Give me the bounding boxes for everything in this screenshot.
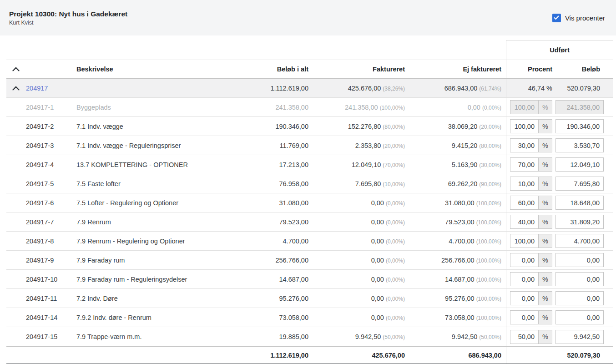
row-amount-cell xyxy=(553,330,613,344)
row-invoiced-percent: (10,00%) xyxy=(383,181,405,187)
group-number-link[interactable]: 204917 xyxy=(26,85,48,92)
row-invoiced-cell: 0,00 (0,00%) xyxy=(308,199,405,207)
done-amount-input[interactable] xyxy=(555,177,604,191)
row-not-invoiced-percent: (30,00%) xyxy=(479,162,501,168)
row-not-invoiced-amount: 5.163,90 xyxy=(452,161,477,168)
table-row: 204917-7 7.9 Renrum 79.523,00 0,00 (0,00… xyxy=(6,212,613,232)
row-invoiced-amount: 9.942,50 xyxy=(355,333,381,340)
done-amount-input[interactable] xyxy=(555,291,604,305)
percent-input[interactable] xyxy=(510,139,538,152)
done-amount-input[interactable] xyxy=(555,119,604,133)
collapse-all-button[interactable] xyxy=(12,67,20,71)
row-percent-cell: % xyxy=(506,157,553,172)
row-invoiced-percent: (70,00%) xyxy=(383,162,405,168)
group-collapse-button[interactable] xyxy=(12,86,20,91)
done-amount-input[interactable] xyxy=(555,253,604,267)
group-not-invoiced-cell: 686.943,00 (61,74%) xyxy=(405,85,501,92)
row-number: 204917-9 xyxy=(25,257,76,264)
row-invoiced-amount: 12.049,10 xyxy=(352,161,381,168)
row-description: Byggeplads xyxy=(76,104,200,111)
table-row: 204917-11 7.2 Indv. Døre 95.276,00 0,00 … xyxy=(6,289,613,308)
row-not-invoiced-amount: 9.415,20 xyxy=(452,142,477,149)
row-total-amount: 73.058,00 xyxy=(200,314,308,321)
row-not-invoiced-cell: 95.276,00 (100,00%) xyxy=(405,295,501,302)
udfort-group-header: Udført xyxy=(506,40,613,60)
show-percent-toggle[interactable]: Vis procenter xyxy=(552,14,605,22)
percent-input[interactable] xyxy=(510,158,538,171)
row-udfort-section: % xyxy=(506,155,613,174)
percent-input[interactable] xyxy=(510,196,538,209)
row-not-invoiced-percent: (20,00%) xyxy=(479,124,501,130)
show-percent-checkbox[interactable] xyxy=(552,14,561,22)
percent-input-group: % xyxy=(510,196,552,210)
row-not-invoiced-percent: (100,00%) xyxy=(476,258,501,264)
row-invoiced-amount: 0,00 xyxy=(371,276,384,283)
percent-input[interactable] xyxy=(510,292,538,305)
percent-input[interactable] xyxy=(510,311,538,324)
table-row: 204917-15 7.9 Trappe-værn m.m. 19.885,00… xyxy=(6,327,613,346)
row-amount-cell xyxy=(553,157,613,172)
row-udfort-section: % xyxy=(506,174,613,193)
row-not-invoiced-amount: 9.942,50 xyxy=(452,333,477,340)
col-percent-header: Procent xyxy=(506,66,553,73)
col-description-header: Beskrivelse xyxy=(76,66,200,73)
percent-input[interactable] xyxy=(510,120,538,133)
done-amount-input xyxy=(555,100,604,114)
percent-input[interactable] xyxy=(510,330,538,344)
row-not-invoiced-amount: 4.700,00 xyxy=(449,238,474,245)
done-amount-input[interactable] xyxy=(555,234,604,248)
row-percent-cell: % xyxy=(506,234,553,248)
done-amount-input[interactable] xyxy=(555,330,604,344)
col-amount-header: Beløb xyxy=(553,66,613,73)
percent-input[interactable] xyxy=(510,177,538,190)
row-amount-cell xyxy=(553,177,613,191)
table-body: 204917-1 Byggeplads 241.358,00 241.358,0… xyxy=(6,98,613,346)
page-title: Projekt 10300: Nyt hus i Gadekæret xyxy=(9,10,127,18)
row-number: 204917-11 xyxy=(25,295,76,302)
percent-input[interactable] xyxy=(510,215,538,228)
percent-input-group: % xyxy=(510,177,552,191)
done-amount-input[interactable] xyxy=(555,310,604,324)
row-number: 204917-14 xyxy=(25,314,76,321)
col-invoiced-header: Faktureret xyxy=(308,66,405,73)
row-udfort-section: % xyxy=(506,270,613,288)
group-total-amount: 1.112.619,00 xyxy=(200,85,308,92)
row-not-invoiced-percent: (90,00%) xyxy=(479,181,501,187)
table-row: 204917-8 7.9 Renrum - Regulering og Opti… xyxy=(6,232,613,251)
row-number: 204917-1 xyxy=(25,104,76,111)
row-not-invoiced-cell: 38.069,20 (20,00%) xyxy=(405,123,501,130)
percent-unit-addon: % xyxy=(538,139,552,152)
row-invoiced-percent: (0,00%) xyxy=(386,258,405,264)
table-row: 204917-10 7.9 Faraday rum - Reguleringsy… xyxy=(6,270,613,289)
row-invoiced-cell: 2.353,80 (20,00%) xyxy=(308,142,405,149)
row-invoiced-cell: 0,00 (0,00%) xyxy=(308,238,405,245)
percent-input[interactable] xyxy=(510,234,538,248)
done-amount-input[interactable] xyxy=(555,138,604,152)
row-number: 204917-5 xyxy=(25,180,76,187)
project-table: Udført Beskrivelse Beløb i alt Fakturere… xyxy=(6,40,613,364)
row-udfort-section: % xyxy=(506,232,613,250)
percent-input[interactable] xyxy=(510,273,538,286)
row-total-amount: 31.080,00 xyxy=(200,199,308,207)
row-invoiced-percent: (80,00%) xyxy=(383,124,405,130)
table-row: 204917-2 7.1 Indv. vægge 190.346,00 152.… xyxy=(6,117,613,136)
row-invoiced-amount: 241.358,00 xyxy=(345,104,378,111)
row-not-invoiced-amount: 31.080,00 xyxy=(445,199,475,207)
row-udfort-section: % xyxy=(506,193,613,212)
percent-input xyxy=(510,101,538,114)
row-not-invoiced-percent: (50,00%) xyxy=(479,334,501,340)
row-not-invoiced-percent: (100,00%) xyxy=(476,296,501,302)
done-amount-input[interactable] xyxy=(555,157,604,172)
row-number: 204917-7 xyxy=(25,218,76,226)
row-not-invoiced-amount: 79.523,00 xyxy=(445,218,475,226)
done-amount-input[interactable] xyxy=(555,215,604,229)
row-number: 204917-4 xyxy=(25,161,76,168)
row-total-amount: 4.700,00 xyxy=(200,238,308,245)
group-not-invoiced-percent: (61,74%) xyxy=(479,86,501,92)
row-invoiced-cell: 0,00 (0,00%) xyxy=(308,276,405,283)
udfort-caption-row: Udført xyxy=(6,40,613,60)
percent-input[interactable] xyxy=(510,253,538,267)
row-invoiced-cell: 241.358,00 (100,00%) xyxy=(308,104,405,111)
done-amount-input[interactable] xyxy=(555,272,604,286)
done-amount-input[interactable] xyxy=(555,196,604,210)
